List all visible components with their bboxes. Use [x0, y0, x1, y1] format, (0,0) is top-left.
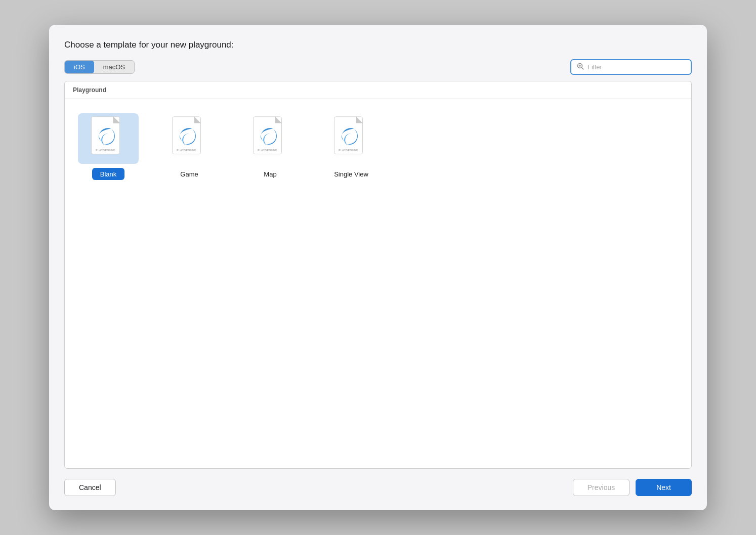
template-item-blank[interactable]: PLAYGROUND Blank [73, 109, 144, 184]
footer-right: Previous Next [573, 479, 692, 496]
template-icon-blank: PLAYGROUND [86, 116, 131, 161]
template-label-single-view-wrapper: Single View [326, 168, 376, 180]
template-icon-game: PLAYGROUND [166, 116, 212, 161]
svg-text:PLAYGROUND: PLAYGROUND [258, 149, 277, 152]
template-icon-single-view-wrapper: PLAYGROUND [321, 113, 382, 164]
templates-grid: PLAYGROUND Blank [65, 99, 691, 194]
tab-ios[interactable]: iOS [65, 61, 94, 73]
template-item-game[interactable]: PLAYGROUND Game [154, 109, 225, 184]
template-item-single-view[interactable]: PLAYGROUND Single View [316, 109, 387, 184]
next-button[interactable]: Next [636, 479, 692, 496]
filter-input[interactable] [587, 63, 686, 71]
template-icon-map: PLAYGROUND [247, 116, 293, 161]
section-header: Playground [65, 81, 691, 99]
filter-icon [576, 62, 584, 72]
svg-text:PLAYGROUND: PLAYGROUND [177, 149, 196, 152]
footer: Cancel Previous Next [64, 479, 692, 496]
content-area: Playground [64, 81, 692, 469]
template-icon-map-wrapper: PLAYGROUND [240, 113, 301, 164]
template-icon-single-view: PLAYGROUND [328, 116, 374, 161]
template-label-map: Map [264, 170, 276, 178]
template-icon-game-wrapper: PLAYGROUND [159, 113, 220, 164]
dialog: Choose a template for your new playgroun… [49, 25, 707, 510]
template-label-single-view: Single View [334, 170, 368, 178]
template-label-game-wrapper: Game [172, 168, 206, 180]
template-label-game: Game [180, 170, 198, 178]
template-item-map[interactable]: PLAYGROUND Map [235, 109, 306, 184]
svg-text:PLAYGROUND: PLAYGROUND [339, 149, 358, 152]
toolbar: iOS macOS [64, 59, 692, 75]
template-label-blank: Blank [100, 170, 117, 178]
template-label-map-wrapper: Map [256, 168, 284, 180]
previous-button[interactable]: Previous [573, 479, 629, 496]
svg-text:PLAYGROUND: PLAYGROUND [96, 149, 115, 152]
tab-group: iOS macOS [64, 60, 135, 74]
filter-wrapper [570, 59, 692, 75]
tab-macos[interactable]: macOS [94, 61, 134, 73]
template-icon-blank-wrapper: PLAYGROUND [78, 113, 139, 164]
cancel-button[interactable]: Cancel [64, 479, 116, 496]
template-label-blank-wrapper: Blank [92, 168, 125, 180]
dialog-title: Choose a template for your new playgroun… [64, 40, 692, 50]
